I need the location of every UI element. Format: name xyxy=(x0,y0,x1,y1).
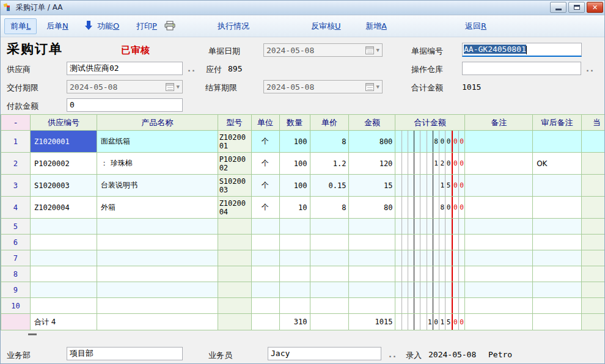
cell-r2-model[interactable]: P1020002 xyxy=(218,153,252,175)
payment-amount-input[interactable]: 0 xyxy=(67,98,183,112)
cell-r5-model[interactable] xyxy=(218,219,252,235)
cell-r6-qty[interactable] xyxy=(280,235,310,250)
cell-r8-model[interactable] xyxy=(218,266,252,282)
cell-r7-post-note[interactable] xyxy=(533,250,582,266)
cell-r7-price[interactable] xyxy=(310,250,350,266)
cell-r8-amount[interactable] xyxy=(349,266,395,282)
cell-r1-note[interactable] xyxy=(465,131,533,153)
cell-r6-rownum[interactable]: 6 xyxy=(1,235,31,250)
cell-r3-qty[interactable]: 100 xyxy=(280,175,310,197)
cell-r7-ledger[interactable] xyxy=(395,250,465,266)
cell-r5-note[interactable] xyxy=(465,219,533,235)
cell-r7-rownum[interactable]: 7 xyxy=(1,250,31,266)
cell-r2-name[interactable]: ： 珍珠棉 xyxy=(97,153,218,175)
prev-doc-button[interactable]: 前单L xyxy=(4,18,37,34)
cell-r7-model[interactable] xyxy=(218,250,252,266)
cell-r4-post-note[interactable] xyxy=(533,197,582,219)
warehouse-browse-button[interactable]: .. xyxy=(586,64,595,73)
cell-r8-price[interactable] xyxy=(310,266,350,282)
cell-r8-unit[interactable] xyxy=(252,266,280,282)
cell-r2-code[interactable]: P1020002 xyxy=(31,153,97,175)
cell-r9-amount[interactable] xyxy=(349,282,395,298)
cell-r3-model[interactable]: S1020003 xyxy=(218,175,252,197)
cell-r5-price[interactable] xyxy=(310,219,350,235)
cell-r10-ledger[interactable] xyxy=(395,298,465,314)
cell-r2-unit[interactable]: 个 xyxy=(252,153,280,175)
cell-r10-amount[interactable] xyxy=(349,298,395,314)
cell-r7-qty[interactable] xyxy=(280,250,310,266)
totals-ledger[interactable]: 101500 xyxy=(395,314,465,330)
cell-r8-rownum[interactable]: 8 xyxy=(1,266,31,282)
cell-r10-unit[interactable] xyxy=(252,298,280,314)
execution-status-button[interactable]: 执行情况 xyxy=(218,21,249,32)
cell-r8-name[interactable] xyxy=(97,266,218,282)
cell-r8-qty[interactable] xyxy=(280,266,310,282)
cell-r4-code[interactable]: Z1020004 xyxy=(31,197,97,219)
cell-r2-rownum[interactable]: 2 xyxy=(1,153,31,175)
cell-r4-unit[interactable]: 个 xyxy=(252,197,280,219)
cell-r2-amount[interactable]: 120 xyxy=(349,153,395,175)
cell-r1-current-stock[interactable] xyxy=(582,131,605,153)
cell-r2-price[interactable]: 1.2 xyxy=(310,153,350,175)
cell-r3-price[interactable]: 0.15 xyxy=(310,175,350,197)
cell-r10-post-note[interactable] xyxy=(533,298,582,314)
warehouse-input[interactable] xyxy=(462,62,581,75)
settle-deadline-input[interactable]: 2024-05-08 ▼ xyxy=(263,80,383,93)
doc-date-input[interactable]: 2024-05-08 ▼ xyxy=(263,43,383,57)
cell-r6-ledger[interactable] xyxy=(395,235,465,250)
cell-r1-qty[interactable]: 100 xyxy=(280,131,310,153)
cell-r4-model[interactable]: Z1020004 xyxy=(218,197,252,219)
new-button[interactable]: 新增A xyxy=(365,21,387,32)
functions-dropdown-icon[interactable] xyxy=(85,21,92,32)
cell-r10-price[interactable] xyxy=(310,298,350,314)
cell-r10-note[interactable] xyxy=(465,298,533,314)
cell-r4-price[interactable]: 8 xyxy=(310,197,350,219)
cell-r5-code[interactable] xyxy=(31,219,97,235)
cell-r9-rownum[interactable]: 9 xyxy=(1,282,31,298)
splitter-handle[interactable] xyxy=(28,333,37,335)
cell-r4-amount[interactable]: 80 xyxy=(349,197,395,219)
maximize-button[interactable] xyxy=(568,2,585,13)
cell-r10-rownum[interactable]: 10 xyxy=(1,298,31,314)
cell-r2-ledger[interactable]: 12000 xyxy=(395,153,465,175)
cell-r3-unit[interactable]: 个 xyxy=(252,175,280,197)
cell-r6-price[interactable] xyxy=(310,235,350,250)
supplier-input[interactable]: 测试供应商02 xyxy=(67,62,183,75)
cell-r2-qty[interactable]: 100 xyxy=(280,153,310,175)
cell-r1-unit[interactable]: 个 xyxy=(252,131,280,153)
cell-r6-note[interactable] xyxy=(465,235,533,250)
cell-r4-ledger[interactable]: 8000 xyxy=(395,197,465,219)
cell-r9-model[interactable] xyxy=(218,282,252,298)
cell-r3-note[interactable] xyxy=(465,175,533,197)
cell-r9-ledger[interactable] xyxy=(395,282,465,298)
cell-r3-ledger[interactable]: 1500 xyxy=(395,175,465,197)
cell-r8-ledger[interactable] xyxy=(395,266,465,282)
cell-r9-note[interactable] xyxy=(465,282,533,298)
cell-r3-name[interactable]: 台装说明书 xyxy=(97,175,218,197)
printer-icon[interactable] xyxy=(164,21,175,32)
cell-r9-name[interactable] xyxy=(97,282,218,298)
cell-r7-unit[interactable] xyxy=(252,250,280,266)
cell-r6-amount[interactable] xyxy=(349,235,395,250)
cell-r10-code[interactable] xyxy=(31,298,97,314)
cell-r5-current-stock[interactable] xyxy=(582,219,605,235)
cell-r2-current-stock[interactable] xyxy=(582,153,605,175)
cell-r1-price[interactable]: 8 xyxy=(310,131,350,153)
clerk-input[interactable]: Jacy xyxy=(268,347,381,360)
print-button[interactable]: 打印P xyxy=(136,21,157,32)
cell-r2-post-note[interactable]: OK xyxy=(533,153,582,175)
cell-r5-unit[interactable] xyxy=(252,219,280,235)
titlebar[interactable]: 采购订单 / AA ✕ xyxy=(1,1,604,15)
cell-r10-qty[interactable] xyxy=(280,298,310,314)
cell-r1-ledger[interactable]: 80000 xyxy=(395,131,465,153)
next-doc-button[interactable]: 后单N xyxy=(46,21,68,32)
cell-r5-amount[interactable] xyxy=(349,219,395,235)
cell-r10-current-stock[interactable] xyxy=(582,298,605,314)
cell-r1-code[interactable]: Z1020001 xyxy=(31,131,97,153)
cell-r9-post-note[interactable] xyxy=(533,282,582,298)
cell-r2-note[interactable] xyxy=(465,153,533,175)
cell-r3-post-note[interactable] xyxy=(533,175,582,197)
cell-r5-name[interactable] xyxy=(97,219,218,235)
dept-input[interactable]: 项目部 xyxy=(67,347,183,360)
cell-r7-note[interactable] xyxy=(465,250,533,266)
